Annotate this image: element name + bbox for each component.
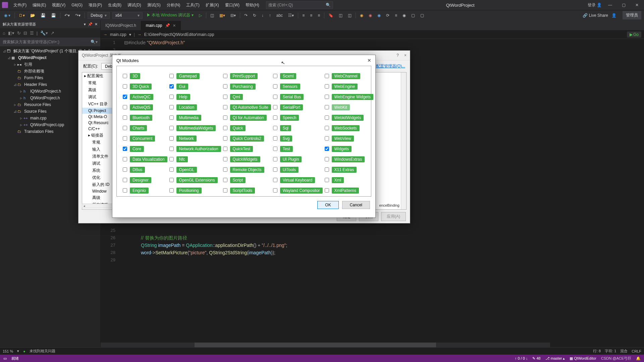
- module-checkbox[interactable]: [223, 167, 227, 172]
- menu-item[interactable]: 文件(F): [11, 0, 29, 10]
- module-checkbox[interactable]: [273, 167, 277, 172]
- cancel-button[interactable]: Cancel: [342, 201, 370, 209]
- module-multimediawidgets[interactable]: MultimediaWidgets: [169, 125, 221, 131]
- module-checkbox[interactable]: [123, 95, 127, 99]
- module-charts[interactable]: Charts: [123, 125, 167, 131]
- module-checkbox[interactable]: [169, 147, 174, 151]
- module-positioning[interactable]: Positioning: [169, 188, 221, 194]
- repo[interactable]: ▦ QtWordEditor: [570, 356, 596, 361]
- module-checkbox[interactable]: [123, 105, 127, 109]
- module-sensors[interactable]: Sensors: [273, 84, 323, 90]
- module-opengl-extensions[interactable]: OpenGL Extensions: [169, 177, 221, 183]
- menu-item[interactable]: 调试(D): [125, 0, 144, 10]
- fmt-b[interactable]: ≡: [309, 12, 314, 18]
- qt-h[interactable]: ▢: [419, 12, 425, 18]
- module-widgets[interactable]: Widgets: [325, 146, 374, 152]
- module-checkbox[interactable]: [223, 157, 227, 161]
- fmt-a[interactable]: ≡: [301, 12, 306, 18]
- module-xmlpatterns[interactable]: XmlPatterns: [325, 188, 374, 194]
- module-checkbox[interactable]: [273, 115, 277, 120]
- qt-f[interactable]: ◉: [401, 12, 407, 18]
- menu-item[interactable]: 扩展(X): [203, 0, 222, 10]
- module-multimedia[interactable]: Multimedia: [169, 115, 221, 121]
- tab-main[interactable]: main.cpp📌✕: [141, 21, 181, 30]
- line[interactable]: 行: 8: [593, 349, 601, 354]
- module-checkbox[interactable]: [169, 105, 174, 109]
- module-checkbox[interactable]: [223, 95, 227, 99]
- redo-icon[interactable]: ↷▾: [74, 12, 82, 18]
- module-3d-quick[interactable]: 3D Quick: [123, 84, 167, 90]
- go-button[interactable]: ▶Go: [627, 32, 641, 38]
- qt-a[interactable]: ◉: [359, 12, 365, 18]
- module-checkbox[interactable]: [273, 188, 277, 193]
- module-bluetooth[interactable]: Bluetooth: [123, 115, 167, 121]
- module-checkbox[interactable]: [169, 157, 174, 161]
- platform-combo[interactable]: x64: [112, 12, 143, 19]
- module-qt-for-automation[interactable]: Qt for Automation: [223, 115, 271, 121]
- menu-item[interactable]: 分析(N): [164, 0, 183, 10]
- start-debug-button[interactable]: ▶ 本地 Windows 调试器 ▾: [145, 12, 195, 19]
- module-checkbox[interactable]: [223, 188, 227, 193]
- module-checkbox[interactable]: [123, 178, 127, 182]
- module-checkbox[interactable]: [123, 136, 127, 141]
- menu-item[interactable]: 视图(V): [49, 0, 68, 10]
- module-purchasing[interactable]: Purchasing: [223, 84, 271, 90]
- module-quicktest[interactable]: QuickTest: [223, 146, 271, 152]
- module-checkbox[interactable]: [123, 126, 127, 130]
- pin-icon[interactable]: 📌: [88, 22, 93, 26]
- module-qt-automotive-suite[interactable]: Qt Automotive Suite: [223, 104, 271, 110]
- crumb-path[interactable]: E:\GiteeProject\QtWordEditor\main.cpp: [144, 32, 214, 37]
- lineend[interactable]: 混合: [620, 349, 628, 354]
- save-all-icon[interactable]: 💾: [50, 12, 57, 18]
- menu-item[interactable]: 测试(S): [145, 0, 163, 10]
- module-gui[interactable]: Gui: [169, 84, 221, 90]
- module-xml[interactable]: Xml: [325, 177, 374, 183]
- ok-button[interactable]: OK: [317, 201, 338, 209]
- t4[interactable]: ☰: [30, 31, 34, 36]
- module-checkbox[interactable]: [325, 84, 329, 89]
- t5[interactable]: 🔧▾: [40, 31, 48, 36]
- module-checkbox[interactable]: [325, 126, 329, 130]
- module-checkbox[interactable]: [273, 84, 277, 89]
- module-script[interactable]: Script: [223, 177, 271, 183]
- module-help[interactable]: Help: [169, 94, 221, 100]
- close-tab-icon[interactable]: ✕: [173, 23, 176, 28]
- module-checkbox[interactable]: [169, 95, 174, 99]
- module-svg[interactable]: Svg: [273, 136, 323, 142]
- step-d[interactable]: ↑: [268, 12, 272, 18]
- module-checkbox[interactable]: [223, 147, 227, 151]
- module-checkbox[interactable]: [325, 105, 329, 109]
- back-icon[interactable]: ◉ ▾: [3, 12, 12, 18]
- tool-a[interactable]: ◫: [209, 12, 215, 18]
- menu-item[interactable]: 项目(P): [86, 0, 105, 10]
- col[interactable]: 字符: 1: [605, 349, 616, 354]
- menu-item[interactable]: 编辑(E): [30, 0, 49, 10]
- module-virtual-keyboard[interactable]: Virtual Keyboard: [273, 177, 323, 183]
- module-gamepad[interactable]: Gamepad: [169, 73, 221, 79]
- arrow-icon[interactable]: →: [103, 32, 107, 37]
- module-sql[interactable]: Sql: [273, 125, 323, 131]
- config-manager-link[interactable]: 配置管理器(O)...: [376, 63, 405, 69]
- menu-item[interactable]: 帮助(H): [243, 0, 262, 10]
- menu-item[interactable]: Git(G): [69, 0, 85, 10]
- minimize-icon[interactable]: —: [605, 1, 615, 9]
- module-checkbox[interactable]: [169, 74, 174, 78]
- t2[interactable]: ↻: [17, 31, 21, 36]
- module-checkbox[interactable]: [325, 136, 329, 141]
- tool-c[interactable]: ⊟▾: [229, 12, 237, 18]
- undo-icon[interactable]: ↶▾: [63, 12, 71, 18]
- editor-hscroll[interactable]: [101, 343, 550, 347]
- pin-icon[interactable]: 📌: [165, 23, 170, 28]
- step-a[interactable]: ↷: [243, 12, 249, 18]
- help-icon[interactable]: ?: [396, 53, 399, 58]
- module-network[interactable]: Network: [169, 136, 221, 142]
- module-windowsextras[interactable]: WindowsExtras: [325, 156, 374, 162]
- module-quickwidgets[interactable]: QuickWidgets: [223, 156, 271, 162]
- module-checkbox[interactable]: [223, 115, 227, 120]
- step-e[interactable]: abc: [275, 12, 284, 18]
- module-checkbox[interactable]: [273, 126, 277, 130]
- module-checkbox[interactable]: [223, 74, 227, 78]
- module-uitools[interactable]: UiTools: [273, 167, 323, 173]
- config-combo[interactable]: Debug: [88, 12, 109, 19]
- close-icon[interactable]: ✕: [367, 58, 371, 63]
